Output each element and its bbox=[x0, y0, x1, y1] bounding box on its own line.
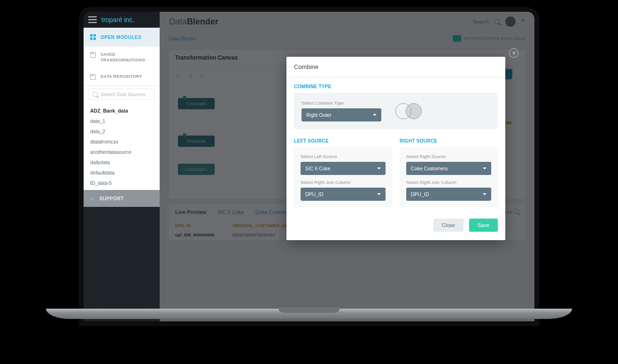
sidebar-saved-transformations[interactable]: SAVED TRANSFORMATIONS bbox=[84, 46, 160, 68]
search-datasources-placeholder: Search Data Sources bbox=[100, 92, 145, 97]
save-icon bbox=[90, 52, 96, 58]
data-source-list: ADZ_Bank_data data_1 data_2 dtatafromcsv… bbox=[84, 104, 160, 190]
close-icon[interactable]: ✕ bbox=[509, 48, 518, 58]
data-source-item[interactable]: defaultdata bbox=[90, 167, 153, 178]
section-left-source: LEFT SOURCE bbox=[294, 132, 392, 147]
search-icon bbox=[93, 92, 98, 97]
sidebar-data-repository-label: DATA REPOSITORY bbox=[100, 74, 142, 80]
left-source-label: Select Left Source bbox=[301, 154, 386, 159]
sidebar-support[interactable]: ☼ SUPPORT bbox=[84, 190, 160, 207]
combine-type-label: Select Combine Type bbox=[301, 100, 381, 106]
data-source-item[interactable]: ID_data-5 bbox=[90, 178, 153, 188]
section-right-source: RIGHT SOURCE bbox=[400, 132, 498, 147]
sidebar-open-modules[interactable]: OPEN MODULES bbox=[84, 28, 160, 46]
data-source-item[interactable]: data_2 bbox=[90, 126, 153, 136]
venn-diagram-icon bbox=[395, 103, 425, 119]
folder-icon bbox=[90, 74, 96, 80]
sidebar: OPEN MODULES SAVED TRANSFORMATIONS DATA … bbox=[84, 28, 160, 207]
right-join-column-label: Select Right Join Column bbox=[406, 180, 491, 185]
left-join-column-label: Select Right Join Column bbox=[301, 180, 386, 185]
combine-type-select[interactable]: Right Outer bbox=[301, 108, 381, 121]
app-root: troparé inc. OPEN MODULES SAVED TRANSFOR… bbox=[84, 12, 534, 321]
chevron-down-icon bbox=[377, 167, 381, 171]
brand-logo: troparé inc. bbox=[101, 16, 134, 23]
sidebar-saved-label: SAVED TRANSFORMATIONS bbox=[100, 52, 145, 63]
modal-title: Combine bbox=[286, 57, 505, 77]
bulb-icon: ☼ bbox=[90, 196, 95, 201]
combine-modal: Combine COMBINE TYPE Select Combine Type… bbox=[286, 57, 505, 240]
chevron-down-icon bbox=[483, 167, 487, 171]
sidebar-support-label: SUPPORT bbox=[100, 196, 124, 201]
data-source-item[interactable]: dtatafromcsv bbox=[90, 136, 153, 147]
chevron-down-icon bbox=[483, 193, 487, 197]
data-source-item[interactable]: ADZ_Bank_data bbox=[90, 106, 153, 116]
right-join-column-select[interactable]: DPU_ID bbox=[406, 188, 491, 201]
chevron-down-icon bbox=[377, 193, 381, 197]
search-datasources-input[interactable]: Search Data Sources bbox=[88, 89, 155, 100]
chevron-down-icon bbox=[373, 114, 377, 118]
data-source-item[interactable]: data_1 bbox=[90, 116, 153, 126]
left-join-column-select[interactable]: DPU_ID bbox=[301, 188, 386, 201]
right-source-label: Select Right Source bbox=[406, 154, 491, 159]
left-source-select[interactable]: SIC 6 Coke bbox=[301, 162, 386, 175]
topbar: troparé inc. bbox=[84, 12, 160, 28]
grid-icon bbox=[90, 34, 96, 40]
right-source-select[interactable]: Coke Customers bbox=[406, 162, 491, 175]
close-button[interactable]: Close bbox=[433, 219, 464, 232]
menu-icon[interactable] bbox=[88, 16, 97, 23]
data-source-item[interactable]: dailydata bbox=[90, 157, 153, 167]
save-button[interactable]: Save bbox=[469, 219, 498, 232]
data-source-item[interactable]: anotherdatasource bbox=[90, 147, 153, 157]
section-combine-type: COMBINE TYPE bbox=[286, 77, 505, 93]
sidebar-open-modules-label: OPEN MODULES bbox=[100, 35, 141, 40]
main-area: DataBlender Search Data Blender NOTIFICA… bbox=[160, 12, 534, 321]
sidebar-data-repository[interactable]: DATA REPOSITORY bbox=[84, 68, 160, 86]
